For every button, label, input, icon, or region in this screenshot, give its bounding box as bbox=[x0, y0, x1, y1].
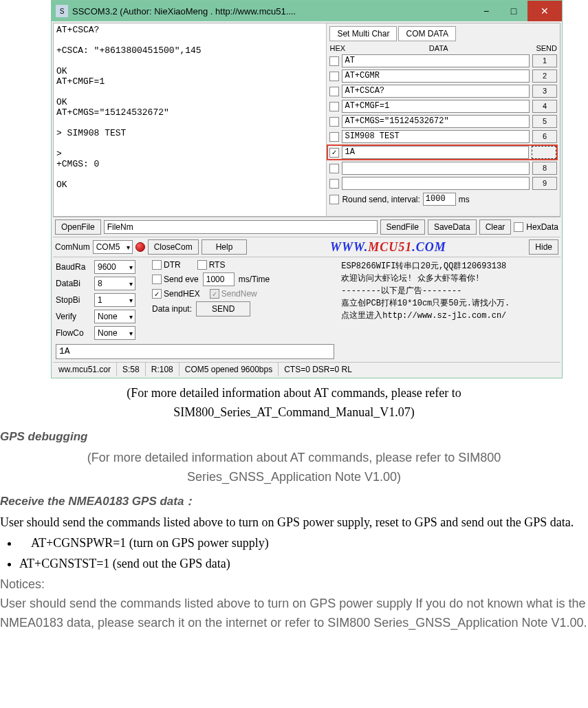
multi-header: HEX DATA SEND bbox=[329, 44, 557, 52]
multi-row: 9 bbox=[329, 177, 557, 190]
flowcontrol-label: FlowCo bbox=[56, 328, 90, 338]
sendeve-input[interactable]: 1000 bbox=[203, 272, 235, 286]
window-controls: − □ ✕ bbox=[472, 1, 562, 21]
sendeve-checkbox[interactable] bbox=[152, 275, 162, 284]
row-send-button[interactable]: 2 bbox=[532, 69, 557, 83]
help-button[interactable]: Help bbox=[202, 239, 248, 255]
round-send-checkbox[interactable] bbox=[329, 195, 339, 204]
savedata-button[interactable]: SaveData bbox=[428, 219, 477, 235]
hexdata-checkbox[interactable] bbox=[514, 222, 523, 232]
filename-field[interactable]: FileNm bbox=[104, 220, 378, 234]
tab-com-data[interactable]: COM DATA bbox=[398, 26, 456, 41]
multi-row: 8 bbox=[329, 162, 557, 175]
verify-select[interactable]: None bbox=[94, 310, 135, 323]
sendeve-unit: ms/Time bbox=[239, 275, 270, 284]
gnss-note: (For more detailed information about AT … bbox=[0, 449, 588, 487]
hexdata-label: HexData bbox=[526, 222, 558, 232]
data-input[interactable]: SIM908 TEST bbox=[342, 130, 530, 143]
hex-checkbox[interactable] bbox=[329, 72, 339, 81]
data-input-field[interactable]: 1A bbox=[56, 344, 334, 359]
close-button[interactable]: ✕ bbox=[527, 1, 562, 21]
hex-checkbox[interactable]: ✓ bbox=[329, 148, 339, 158]
multi-row: AT+CMGS="15124532672"5 bbox=[329, 115, 557, 128]
col-send: SEND bbox=[527, 44, 557, 52]
record-icon[interactable] bbox=[135, 242, 145, 252]
row-send-button[interactable] bbox=[532, 146, 556, 159]
verify-label: Verify bbox=[56, 312, 90, 321]
row-send-button[interactable]: 3 bbox=[532, 85, 557, 98]
round-send-row: Round send, interval: 1000 ms bbox=[329, 193, 557, 206]
row-send-button[interactable]: 8 bbox=[532, 162, 557, 175]
flowcontrol-select[interactable]: None bbox=[94, 326, 135, 340]
hex-checkbox[interactable] bbox=[329, 164, 339, 173]
hide-button[interactable]: Hide bbox=[529, 239, 558, 255]
row-send-button[interactable]: 6 bbox=[532, 130, 557, 143]
data-input[interactable]: 1A bbox=[342, 146, 529, 159]
round-send-label: Round send, interval: bbox=[342, 195, 420, 204]
sendhex-checkbox[interactable]: ✓ bbox=[152, 289, 162, 299]
rts-label: RTS bbox=[209, 260, 226, 270]
at-note-line2: SIM800_Series_AT_Command_Manual_V1.07) bbox=[0, 403, 588, 422]
baudrate-select[interactable]: 9600 bbox=[94, 260, 135, 274]
closecom-button[interactable]: CloseCom bbox=[148, 239, 199, 255]
data-input[interactable]: AT+CSCA? bbox=[342, 85, 530, 98]
datainput-label: Data input: bbox=[152, 304, 192, 314]
multi-row: SIM908 TEST6 bbox=[329, 130, 557, 143]
col-data: DATA bbox=[350, 44, 527, 52]
status-url: ww.mcu51.cor bbox=[53, 363, 117, 376]
hex-checkbox[interactable] bbox=[329, 117, 339, 127]
databits-select[interactable]: 8 bbox=[94, 277, 135, 290]
dtr-checkbox[interactable] bbox=[152, 260, 162, 270]
row-send-button[interactable]: 9 bbox=[532, 177, 557, 190]
row-send-button[interactable]: 4 bbox=[532, 100, 557, 113]
rts-checkbox[interactable] bbox=[197, 260, 207, 270]
row-send-button[interactable]: 5 bbox=[532, 115, 557, 128]
baudrate-label: BaudRa bbox=[56, 262, 90, 272]
row-send-button[interactable]: 1 bbox=[532, 54, 557, 67]
data-input[interactable]: AT+CGMR bbox=[342, 69, 530, 83]
hex-checkbox[interactable] bbox=[329, 87, 339, 96]
sscom-window: S SSCOM3.2 (Author: NieXiaoMeng . http:/… bbox=[51, 0, 563, 378]
tab-set-multi-char[interactable]: Set Multi Char bbox=[329, 26, 397, 41]
data-input[interactable]: AT+CMGF=1 bbox=[342, 100, 530, 113]
sendhex-label: SendHEX bbox=[164, 289, 200, 299]
databits-label: DataBi bbox=[56, 279, 90, 288]
dtr-label: DTR bbox=[164, 260, 181, 270]
data-input[interactable]: AT+CMGS="15124532672" bbox=[342, 115, 530, 128]
round-unit: ms bbox=[459, 195, 470, 204]
round-interval-input[interactable]: 1000 bbox=[423, 193, 456, 206]
port-settings: BaudRa9600 DataBi8 StopBi1 VerifyNone Fl… bbox=[53, 257, 337, 362]
app-icon: S bbox=[56, 5, 68, 17]
heading-receive-nmea: Receive the NMEA0183 GPS data： bbox=[0, 493, 588, 511]
status-recv: R:108 bbox=[146, 363, 179, 376]
brand-link[interactable]: WWW.MCU51.COM bbox=[250, 240, 526, 255]
sendfile-button[interactable]: SendFile bbox=[380, 219, 425, 235]
maximize-button[interactable]: □ bbox=[500, 1, 527, 21]
openfile-button[interactable]: OpenFile bbox=[55, 219, 101, 235]
minimize-button[interactable]: − bbox=[472, 1, 500, 21]
com-toolbar: ComNum COM5 CloseCom Help WWW.MCU51.COM … bbox=[53, 237, 560, 257]
hex-checkbox[interactable] bbox=[329, 56, 339, 66]
list-item-cgnspwr: AT+CGNSPWR=1 (turn on GPS power supply) bbox=[19, 534, 588, 553]
notices-label: Notices: bbox=[0, 575, 588, 594]
data-input[interactable]: AT bbox=[342, 54, 530, 67]
sendeve-label: Send eve bbox=[164, 275, 199, 284]
multi-row: AT+CSCA?3 bbox=[329, 85, 557, 98]
clear-button[interactable]: Clear bbox=[479, 219, 512, 235]
data-input[interactable] bbox=[342, 162, 530, 175]
com-select[interactable]: COM5 bbox=[93, 240, 133, 254]
multi-row: AT+CMGF=14 bbox=[329, 100, 557, 113]
status-cts: CTS=0 DSR=0 RL bbox=[279, 363, 560, 376]
window-title: SSCOM3.2 (Author: NieXiaoMeng . http://w… bbox=[72, 6, 472, 17]
file-toolbar: OpenFile FileNm SendFile SaveData Clear … bbox=[53, 217, 560, 237]
stopbits-label: StopBi bbox=[56, 295, 90, 305]
status-conn: COM5 opened 9600bps bbox=[179, 363, 279, 376]
hex-checkbox[interactable] bbox=[329, 179, 339, 189]
data-input[interactable] bbox=[342, 177, 530, 190]
send-button[interactable]: SEND bbox=[196, 301, 250, 317]
col-hex: HEX bbox=[329, 44, 350, 52]
stopbits-select[interactable]: 1 bbox=[94, 293, 135, 307]
hex-checkbox[interactable] bbox=[329, 102, 339, 111]
hex-checkbox[interactable] bbox=[329, 132, 339, 142]
status-sent: S:58 bbox=[117, 363, 146, 376]
